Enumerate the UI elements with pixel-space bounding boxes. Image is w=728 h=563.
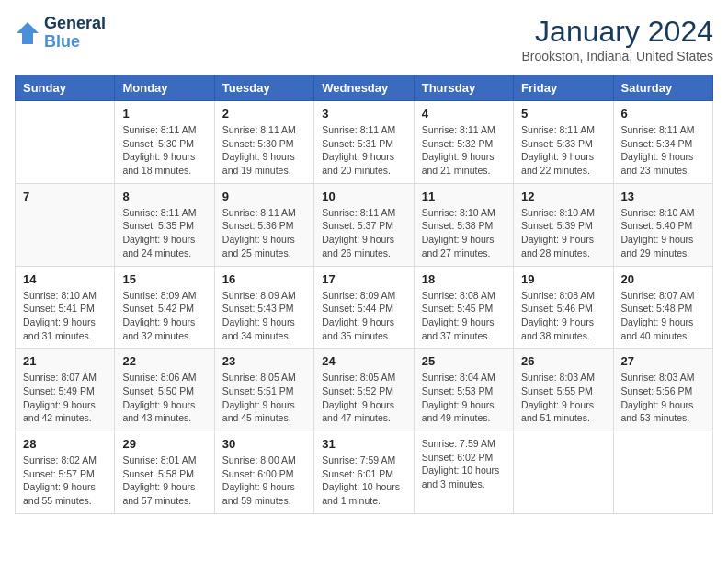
calendar-cell	[514, 431, 613, 514]
calendar-cell: 5Sunrise: 8:11 AMSunset: 5:33 PMDaylight…	[514, 101, 613, 184]
day-number: 1	[122, 107, 206, 121]
week-row-3: 21Sunrise: 8:07 AMSunset: 5:49 PMDayligh…	[16, 349, 713, 431]
day-info: Sunrise: 8:09 AMSunset: 5:44 PMDaylight:…	[322, 289, 405, 343]
day-number: 17	[322, 272, 405, 286]
day-info: Sunrise: 8:10 AMSunset: 5:38 PMDaylight:…	[422, 206, 506, 260]
day-number: 24	[322, 354, 405, 368]
calendar-cell: 30Sunrise: 8:00 AMSunset: 6:00 PMDayligh…	[214, 431, 313, 514]
calendar-cell: 11Sunrise: 8:10 AMSunset: 5:38 PMDayligh…	[414, 183, 513, 266]
subtitle: Brookston, Indiana, United States	[521, 49, 713, 63]
calendar-cell: 2Sunrise: 8:11 AMSunset: 5:30 PMDaylight…	[214, 101, 313, 184]
day-info: Sunrise: 8:11 AMSunset: 5:34 PMDaylight:…	[621, 123, 705, 178]
day-number: 5	[521, 107, 605, 121]
day-info: Sunrise: 8:03 AMSunset: 5:55 PMDaylight:…	[521, 371, 605, 425]
day-info: Sunrise: 8:02 AMSunset: 5:57 PMDaylight:…	[23, 454, 107, 508]
day-info: Sunrise: 8:10 AMSunset: 5:41 PMDaylight:…	[23, 289, 107, 343]
day-number: 23	[222, 354, 306, 368]
weekday-header-saturday: Saturday	[613, 75, 712, 101]
calendar-cell: 12Sunrise: 8:10 AMSunset: 5:39 PMDayligh…	[514, 183, 613, 266]
day-number: 11	[422, 190, 506, 203]
calendar-cell: 23Sunrise: 8:05 AMSunset: 5:51 PMDayligh…	[214, 349, 313, 431]
calendar-cell: 13Sunrise: 8:10 AMSunset: 5:40 PMDayligh…	[613, 183, 712, 266]
day-info: Sunrise: 7:59 AMSunset: 6:02 PMDaylight:…	[422, 437, 506, 491]
day-number: 26	[521, 354, 605, 368]
day-info: Sunrise: 8:01 AMSunset: 5:58 PMDaylight:…	[122, 454, 206, 508]
svg-marker-0	[17, 22, 39, 44]
day-number: 27	[621, 354, 705, 368]
calendar-cell: 22Sunrise: 8:06 AMSunset: 5:50 PMDayligh…	[115, 349, 214, 431]
calendar-cell: 17Sunrise: 8:09 AMSunset: 5:44 PMDayligh…	[314, 266, 414, 349]
day-info: Sunrise: 8:10 AMSunset: 5:39 PMDaylight:…	[521, 206, 605, 260]
day-number: 6	[621, 107, 705, 121]
calendar-cell	[16, 101, 115, 184]
day-info: Sunrise: 8:00 AMSunset: 6:00 PMDaylight:…	[222, 454, 306, 508]
calendar-cell: 4Sunrise: 8:11 AMSunset: 5:32 PMDaylight…	[414, 101, 513, 184]
day-info: Sunrise: 8:07 AMSunset: 5:48 PMDaylight:…	[621, 289, 705, 343]
day-info: Sunrise: 8:11 AMSunset: 5:31 PMDaylight:…	[322, 123, 405, 178]
week-row-1: 78Sunrise: 8:11 AMSunset: 5:35 PMDayligh…	[16, 183, 713, 266]
day-info: Sunrise: 8:11 AMSunset: 5:30 PMDaylight:…	[222, 123, 306, 178]
main-title: January 2024	[521, 15, 713, 49]
calendar-cell: 16Sunrise: 8:09 AMSunset: 5:43 PMDayligh…	[214, 266, 313, 349]
week-row-0: 1Sunrise: 8:11 AMSunset: 5:30 PMDaylight…	[16, 101, 713, 184]
day-info: Sunrise: 8:06 AMSunset: 5:50 PMDaylight:…	[122, 371, 206, 425]
day-number: 9	[222, 190, 306, 203]
day-info: Sunrise: 8:11 AMSunset: 5:36 PMDaylight:…	[222, 206, 306, 260]
week-row-4: 28Sunrise: 8:02 AMSunset: 5:57 PMDayligh…	[16, 431, 713, 514]
calendar-cell: 15Sunrise: 8:09 AMSunset: 5:42 PMDayligh…	[115, 266, 214, 349]
day-info: Sunrise: 8:04 AMSunset: 5:53 PMDaylight:…	[422, 371, 506, 425]
day-info: Sunrise: 8:08 AMSunset: 5:46 PMDaylight:…	[521, 289, 605, 343]
calendar-cell: 21Sunrise: 8:07 AMSunset: 5:49 PMDayligh…	[16, 349, 115, 431]
day-info: Sunrise: 8:11 AMSunset: 5:30 PMDaylight:…	[122, 123, 206, 178]
calendar-cell: 28Sunrise: 8:02 AMSunset: 5:57 PMDayligh…	[16, 431, 115, 514]
day-number: 22	[122, 354, 206, 368]
calendar-cell: 10Sunrise: 8:11 AMSunset: 5:37 PMDayligh…	[314, 183, 414, 266]
calendar-cell: 18Sunrise: 8:08 AMSunset: 5:45 PMDayligh…	[414, 266, 513, 349]
day-number: 8	[122, 190, 206, 203]
day-info: Sunrise: 7:59 AMSunset: 6:01 PMDaylight:…	[322, 454, 405, 508]
weekday-header-monday: Monday	[115, 75, 214, 101]
day-number: 18	[422, 272, 506, 286]
logo-icon	[15, 20, 40, 46]
calendar-cell: 8Sunrise: 8:11 AMSunset: 5:35 PMDaylight…	[115, 183, 214, 266]
calendar-cell: 20Sunrise: 8:07 AMSunset: 5:48 PMDayligh…	[613, 266, 712, 349]
weekday-header-tuesday: Tuesday	[214, 75, 313, 101]
calendar-cell: 27Sunrise: 8:03 AMSunset: 5:56 PMDayligh…	[613, 349, 712, 431]
calendar-cell: 6Sunrise: 8:11 AMSunset: 5:34 PMDaylight…	[613, 101, 712, 184]
day-info: Sunrise: 8:03 AMSunset: 5:56 PMDaylight:…	[621, 371, 705, 425]
day-number: 31	[322, 437, 405, 451]
day-number: 12	[521, 190, 605, 203]
week-row-2: 14Sunrise: 8:10 AMSunset: 5:41 PMDayligh…	[16, 266, 713, 349]
day-info: Sunrise: 8:05 AMSunset: 5:51 PMDaylight:…	[222, 371, 306, 425]
calendar-cell: Sunrise: 7:59 AMSunset: 6:02 PMDaylight:…	[414, 431, 513, 514]
day-info: Sunrise: 8:08 AMSunset: 5:45 PMDaylight:…	[422, 289, 506, 343]
calendar-cell	[613, 431, 712, 514]
calendar-cell: 25Sunrise: 8:04 AMSunset: 5:53 PMDayligh…	[414, 349, 513, 431]
weekday-header-wednesday: Wednesday	[314, 75, 414, 101]
day-info: Sunrise: 8:09 AMSunset: 5:43 PMDaylight:…	[222, 289, 306, 343]
weekday-header-row: SundayMondayTuesdayWednesdayThursdayFrid…	[16, 75, 713, 101]
day-info: Sunrise: 8:11 AMSunset: 5:37 PMDaylight:…	[322, 206, 405, 260]
day-number: 15	[122, 272, 206, 286]
day-number: 20	[621, 272, 705, 286]
weekday-header-sunday: Sunday	[16, 75, 115, 101]
day-number: 2	[222, 107, 306, 121]
calendar-cell: 29Sunrise: 8:01 AMSunset: 5:58 PMDayligh…	[115, 431, 214, 514]
day-number: 19	[521, 272, 605, 286]
weekday-header-thursday: Thursday	[414, 75, 513, 101]
day-number: 13	[621, 190, 705, 203]
day-info: Sunrise: 8:10 AMSunset: 5:40 PMDaylight:…	[621, 206, 705, 260]
day-number: 29	[122, 437, 206, 451]
calendar-cell: 26Sunrise: 8:03 AMSunset: 5:55 PMDayligh…	[514, 349, 613, 431]
logo: General Blue	[15, 15, 106, 52]
calendar-cell: 1Sunrise: 8:11 AMSunset: 5:30 PMDaylight…	[115, 101, 214, 184]
day-number: 10	[322, 190, 405, 203]
day-number: 4	[422, 107, 506, 121]
calendar-cell: 24Sunrise: 8:05 AMSunset: 5:52 PMDayligh…	[314, 349, 414, 431]
day-number: 3	[322, 107, 405, 121]
day-info: Sunrise: 8:11 AMSunset: 5:35 PMDaylight:…	[122, 206, 206, 260]
day-number: 28	[23, 437, 107, 451]
day-info: Sunrise: 8:09 AMSunset: 5:42 PMDaylight:…	[122, 289, 206, 343]
title-area: January 2024 Brookston, Indiana, United …	[521, 15, 713, 63]
day-number: 14	[23, 272, 107, 286]
